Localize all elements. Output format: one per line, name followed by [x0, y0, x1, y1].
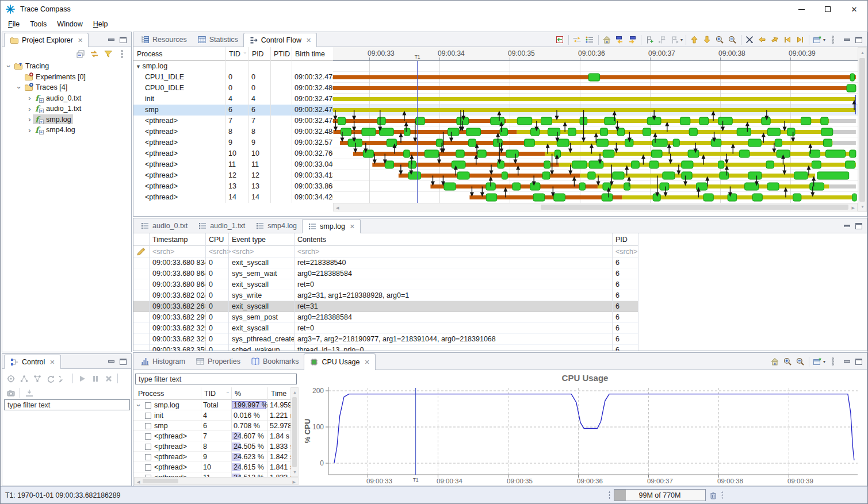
pause-trace-icon[interactable]: [89, 372, 101, 384]
column-header-contents[interactable]: Contents: [294, 233, 612, 246]
horizontal-scrollbar[interactable]: ◀ ▶: [333, 203, 858, 211]
tree-item-traces-4[interactable]: ›Traces [4]: [2, 82, 131, 93]
tree-item-audio-1-txt[interactable]: ›faudio_1.txt: [2, 103, 131, 114]
marker-dropdown-icon[interactable]: ▾: [680, 37, 683, 43]
start-trace-icon[interactable]: [76, 372, 88, 384]
close-icon[interactable]: ✕: [350, 223, 355, 230]
scroll-left-icon[interactable]: ◀: [336, 206, 339, 210]
tab-resources[interactable]: Resources: [135, 32, 192, 47]
optimize-icon[interactable]: [571, 34, 583, 46]
view-menu-icon[interactable]: [827, 34, 839, 46]
scroll-up-icon[interactable]: ▲: [293, 390, 297, 394]
scroll-down-icon[interactable]: ▼: [293, 470, 297, 474]
search-field[interactable]: <srch>: [149, 246, 205, 257]
previous-state-change-icon[interactable]: [614, 34, 626, 46]
tree-item-audio-0-txt[interactable]: ›faudio_0.txt: [2, 93, 131, 104]
move-down-icon[interactable]: [701, 34, 713, 46]
zoom-out-icon[interactable]: [794, 356, 806, 368]
tree-item-smp-log[interactable]: ›fsmp.log: [2, 114, 131, 125]
scroll-up-icon[interactable]: ▲: [861, 51, 865, 55]
process-row-init-4[interactable]: init4409:00:32.4760: [133, 94, 333, 105]
column-header-tid[interactable]: TID›: [201, 387, 231, 400]
show-legend-icon[interactable]: [584, 34, 596, 46]
vertical-scrollbar[interactable]: ▲ ▼: [858, 47, 867, 212]
process-row-pthread-11[interactable]: <pthread>111109:00:33.0404: [133, 159, 333, 170]
process-row-pthread-10[interactable]: <pthread>101009:00:32.7662: [133, 148, 333, 159]
menu-item-file[interactable]: File: [3, 19, 25, 29]
new-view-dropdown-icon[interactable]: ▾: [823, 37, 825, 43]
view-menu-icon[interactable]: [116, 48, 128, 60]
minimize-view-icon[interactable]: [844, 39, 850, 41]
cancel-time-sync-icon[interactable]: [744, 34, 756, 46]
scrollbar-thumb[interactable]: [143, 479, 178, 483]
stop-trace-icon[interactable]: [102, 372, 114, 384]
maximize-view-icon[interactable]: [120, 37, 127, 43]
filter-icon[interactable]: [102, 48, 114, 60]
column-header-ptid[interactable]: PTID: [270, 47, 292, 61]
tab-properties[interactable]: Properties: [190, 353, 246, 370]
minimize-view-icon[interactable]: [844, 225, 850, 227]
control-filter-input[interactable]: [4, 399, 130, 410]
process-row-smp-6[interactable]: smp6609:00:32.4760: [133, 105, 333, 116]
refresh-icon[interactable]: [44, 372, 56, 384]
column-header-pid[interactable]: PID: [612, 233, 638, 246]
drag-grip-icon[interactable]: [721, 491, 724, 500]
events-search-row[interactable]: <srch><srch><srch><srch><srch>: [133, 246, 638, 257]
tree-item-experiments-0[interactable]: Experiments [0]: [2, 72, 131, 83]
tab-project-explorer[interactable]: Project Explorer ✕: [4, 33, 89, 47]
tab-audio-1[interactable]: audio_1.txt: [193, 218, 250, 233]
column-header-timestamp[interactable]: Timestamp: [149, 233, 205, 246]
maximize-view-icon[interactable]: [855, 223, 862, 229]
checkbox[interactable]: [145, 454, 151, 460]
expander-icon[interactable]: ›: [16, 84, 22, 91]
zoom-out-icon[interactable]: [726, 34, 739, 46]
collapse-all-icon[interactable]: [74, 48, 86, 60]
go-to-start-icon[interactable]: [782, 34, 794, 46]
tab-histogram[interactable]: Histogram: [135, 353, 190, 370]
menu-item-help[interactable]: Help: [88, 19, 113, 29]
checkbox[interactable]: [145, 464, 151, 471]
connect-icon[interactable]: [18, 372, 30, 384]
process-row-smp-log-root[interactable]: ▼ smp.log: [133, 61, 333, 72]
disconnect-icon[interactable]: [31, 372, 43, 384]
tab-bookmarks[interactable]: Bookmarks: [246, 353, 304, 370]
search-pencil-icon[interactable]: [136, 247, 146, 256]
minimize-view-icon[interactable]: [108, 360, 114, 363]
link-with-editor-icon[interactable]: [88, 48, 100, 60]
expander-icon[interactable]: ›: [6, 63, 12, 70]
zoom-in-icon[interactable]: [782, 356, 794, 368]
tree-item-tracing[interactable]: ›TTracing: [2, 61, 131, 72]
next-event-icon[interactable]: [769, 34, 781, 46]
delete-connection-icon[interactable]: [58, 372, 70, 384]
expander-icon[interactable]: ›: [136, 402, 142, 409]
column-header-tid[interactable]: TID›: [225, 47, 248, 61]
process-row-pthread-7[interactable]: <pthread>7709:00:32.4788: [133, 116, 333, 126]
vertical-scrollbar[interactable]: ▲ ▼: [290, 387, 299, 477]
column-header-process[interactable]: Process: [135, 387, 201, 400]
heap-status[interactable]: 99M of 770M: [614, 489, 706, 501]
tab-smp4-log[interactable]: smp4.log: [250, 218, 302, 233]
event-row[interactable]: 09:00:33.682 024 4330sys_writearg2=31, a…: [133, 290, 638, 301]
menu-item-window[interactable]: Window: [52, 19, 87, 29]
scroll-left-icon[interactable]: ◀: [137, 480, 140, 484]
process-row-pthread-13[interactable]: <pthread>131309:00:33.8687: [133, 181, 333, 192]
close-icon[interactable]: ✕: [78, 37, 83, 44]
expander-icon[interactable]: ▼: [136, 64, 142, 70]
column-header-time[interactable]: Time: [267, 387, 290, 400]
new-view-dropdown-icon[interactable]: ▾: [823, 359, 825, 364]
checkbox[interactable]: [145, 413, 151, 419]
expander-icon[interactable]: ›: [26, 127, 33, 133]
new-connection-icon[interactable]: [5, 372, 17, 384]
process-row-pthread-14[interactable]: <pthread>141409:00:34.4262: [133, 192, 333, 203]
event-row[interactable]: 09:00:33.682 329 6030sys_pthread_createa…: [133, 334, 638, 345]
search-field[interactable]: <srch>: [228, 246, 294, 257]
zoom-in-icon[interactable]: [714, 34, 726, 46]
menu-item-tools[interactable]: Tools: [25, 19, 52, 29]
checkbox[interactable]: [145, 423, 151, 429]
garbage-collect-icon[interactable]: [709, 491, 718, 500]
import-icon[interactable]: [23, 387, 35, 399]
window-close-button[interactable]: ✕: [841, 1, 867, 18]
control-flow-timeline[interactable]: [333, 61, 858, 203]
add-bookmark-icon[interactable]: [644, 34, 656, 46]
scroll-right-icon[interactable]: ▶: [293, 480, 296, 484]
